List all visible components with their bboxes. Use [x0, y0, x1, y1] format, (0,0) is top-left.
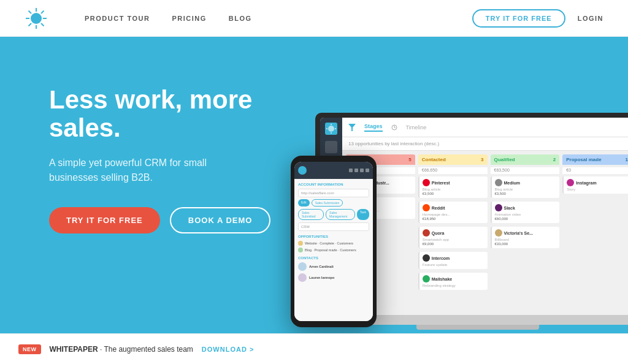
card-avatar — [495, 204, 502, 211]
card-avatar — [495, 179, 502, 186]
phone-content: Account Information http://salesflare.co… — [294, 179, 373, 321]
crm-main: Stages Timeline 13 opportunities by last… — [342, 118, 628, 315]
devices-container: Stages Timeline 13 opportunities by last… — [272, 51, 628, 333]
svg-line-5 — [29, 10, 32, 13]
crm-filter-bar: 13 opportunities by last interaction (de… — [342, 137, 628, 151]
phone-btn-row-2: Sales Submitted Sales Management Task — [298, 209, 369, 220]
kanban-header-qualified: Qualified 2 — [491, 154, 560, 165]
download-link[interactable]: DOWNLOAD > — [202, 346, 254, 353]
hero-content: Less work, more sales. A simple yet powe… — [49, 86, 307, 233]
crm-filter-text: 13 opportunities by last interaction (de… — [348, 141, 439, 146]
sidebar-icon-dashboard — [325, 123, 337, 135]
phone-icon-2 — [354, 169, 358, 172]
kanban-card: Reddit Homepage des... €18,950 — [418, 202, 488, 223]
phone-screen: Account Information http://salesflare.co… — [294, 162, 373, 321]
phone-btn-mgmt[interactable]: Sales Management — [326, 209, 355, 220]
kanban-col-proposal: Proposal made 1 €0 Instagram — [562, 154, 628, 311]
kanban-header-contacted: Contacted 3 — [418, 154, 488, 165]
contact-avatar — [298, 273, 307, 282]
crm-kanban: Lead 5 €27,950 Stark Industr... — [342, 151, 628, 315]
nav-blog[interactable]: BLOG — [229, 15, 252, 22]
phone-top-bar — [294, 162, 373, 179]
try-free-hero-button[interactable]: TRY IT FOR FREE — [49, 207, 160, 233]
kanban-card: Medium Blog article €3,500 — [491, 176, 560, 198]
phone-contact-item: Arren Cardinali — [298, 262, 369, 271]
login-button[interactable]: LOGIN — [578, 15, 603, 22]
card-avatar — [423, 229, 430, 237]
phone-btn-row: Edit Sales Submission — [298, 199, 369, 207]
kanban-card: Victoria's Se... Billboard €33,000 — [491, 227, 560, 248]
kanban-col-qualified: Qualified 2 €63,500 Medium — [491, 154, 560, 311]
phone-icon-1 — [349, 169, 353, 172]
phone-icon-4 — [366, 169, 369, 172]
phone-opp-item: Website · Complete · Customers — [298, 241, 369, 246]
phone-btn-sales[interactable]: Sales Submission — [312, 199, 343, 207]
svg-point-9 — [328, 126, 334, 132]
kanban-card: Slack Animation video €60,000 — [491, 202, 560, 223]
card-avatar — [423, 204, 430, 211]
book-demo-button[interactable]: BOOK A DEMO — [170, 207, 271, 233]
kanban-card: Instagram Story — [562, 176, 628, 194]
svg-line-8 — [29, 23, 32, 26]
footer-bar: NEW WHITEPAPER · The augmented sales tea… — [0, 333, 628, 364]
svg-line-7 — [41, 10, 44, 13]
kanban-card: Intercom Feature update — [418, 252, 488, 269]
laptop-stand — [416, 325, 539, 330]
phone-btn-edit[interactable]: Edit — [298, 199, 310, 207]
kanban-card: Mailshake Rebranding strategy — [418, 273, 488, 290]
phone-btn-tasks[interactable]: Sales Submitted — [298, 209, 324, 220]
footer-whitepaper-text: WHITEPAPER · The augmented sales team — [50, 345, 193, 354]
phone-contact-item: Lauren Iannopo — [298, 273, 369, 282]
svg-marker-14 — [348, 124, 356, 131]
phone-field-crm: CRM — [298, 222, 369, 231]
phone-btn-task[interactable]: Task — [357, 209, 369, 220]
crm-tab-stages[interactable]: Stages — [364, 123, 383, 132]
phone-opp-title: Opportunities — [298, 235, 369, 238]
card-avatar — [423, 179, 430, 186]
nav-links: PRODUCT TOUR PRICING BLOG — [85, 15, 472, 22]
contact-avatar — [298, 262, 307, 271]
phone-logo — [298, 166, 307, 175]
card-avatar — [567, 179, 574, 186]
crm-tab-timeline[interactable]: Timeline — [406, 124, 427, 131]
kanban-amount-qualified: €63,500 — [491, 167, 560, 174]
kanban-col-contacted: Contacted 3 €66,650 Pinterest — [418, 154, 488, 311]
card-avatar — [495, 229, 502, 237]
navbar: PRODUCT TOUR PRICING BLOG TRY IT FOR FRE… — [0, 0, 628, 37]
phone-contacts: Contacts Arren Cardinali Lauren Iannopo — [298, 256, 369, 282]
phone-mockup: Account Information http://salesflare.co… — [291, 156, 377, 327]
hero-buttons: TRY IT FOR FREE BOOK A DEMO — [49, 207, 307, 233]
kanban-amount-proposal: €0 — [562, 167, 628, 174]
svg-line-6 — [41, 23, 44, 26]
sidebar-icon-check — [325, 141, 337, 153]
phone-opportunities: Opportunities Website · Complete · Custo… — [298, 235, 369, 252]
kanban-amount-contacted: €66,650 — [418, 167, 488, 174]
nav-product-tour[interactable]: PRODUCT TOUR — [85, 15, 150, 22]
phone-icon-row — [349, 169, 369, 172]
nav-pricing[interactable]: PRICING — [172, 15, 206, 22]
try-free-nav-button[interactable]: TRY IT FOR FREE — [472, 9, 565, 28]
kanban-header-proposal: Proposal made 1 — [562, 154, 628, 165]
filter-icon — [348, 124, 356, 131]
navbar-right: TRY IT FOR FREE LOGIN — [472, 9, 603, 28]
phone-field-url: http://salesflare.com — [298, 189, 369, 197]
phone-icon-3 — [360, 169, 364, 172]
card-avatar — [423, 275, 430, 282]
kanban-card: Pinterest Blog article €3,500 — [418, 176, 488, 198]
hero-headline: Less work, more sales. — [49, 86, 307, 142]
crm-header: Stages Timeline — [342, 118, 628, 137]
phone-contacts-title: Contacts — [298, 256, 369, 260]
card-avatar — [423, 254, 430, 262]
phone-opp-item: Blog · Proposal made · Customers — [298, 248, 369, 252]
hero-subheadline: A simple yet powerful CRM for small busi… — [49, 156, 245, 185]
phone-account-section: Account Information — [298, 183, 369, 186]
clock-icon — [391, 124, 397, 131]
logo[interactable] — [25, 7, 48, 30]
svg-point-0 — [31, 13, 42, 24]
svg-line-17 — [394, 127, 396, 128]
hero-section: Less work, more sales. A simple yet powe… — [0, 37, 628, 333]
kanban-card: Quora Smartwatch app €9,000 — [418, 227, 488, 248]
new-badge: NEW — [18, 344, 41, 354]
